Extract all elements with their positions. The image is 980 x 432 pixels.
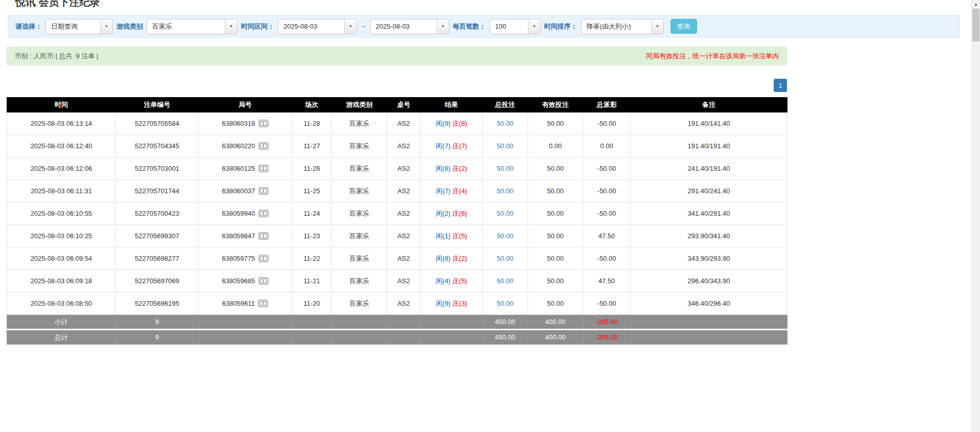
footer-cell: 9 <box>116 330 199 345</box>
result-banker: 庄(6) <box>452 210 467 217</box>
cell-table-no: AS2 <box>387 202 421 225</box>
cell-bet-id: 522705701744 <box>116 180 199 202</box>
time-sort-dropdown[interactable]: 降幂(由大到小) ▼ <box>581 19 664 34</box>
vertical-scrollbar[interactable]: ▲ <box>971 0 980 432</box>
cell-session: 11-28 <box>292 112 332 135</box>
cell-time: 2025-08-03 06:09:18 <box>7 270 116 292</box>
cards-image-icon[interactable] <box>258 300 268 307</box>
query-type-dropdown[interactable]: 日期查询 ▼ <box>45 19 113 34</box>
cell-table-no: AS2 <box>387 270 421 292</box>
date-from-value: 2025-08-03 <box>278 19 344 34</box>
result-player: 闲(6) <box>436 165 450 172</box>
cards-image-icon[interactable] <box>258 232 269 240</box>
result-banker: 庄(2) <box>452 165 467 172</box>
round-number-wrap: 638060220 <box>222 142 268 150</box>
total-bet-link[interactable]: 50.00 <box>497 142 514 150</box>
scrollbar-thumb[interactable] <box>972 9 979 41</box>
cell-remark: 346.40/296.40 <box>631 292 787 315</box>
cell-table-no: AS2 <box>387 180 421 202</box>
date-to-value: 2025-08-03 <box>371 19 437 34</box>
cell-time: 2025-08-03 06:12:06 <box>7 157 116 180</box>
chevron-down-icon[interactable]: ▼ <box>651 19 663 34</box>
footer-cell <box>292 330 332 345</box>
cards-image-icon[interactable] <box>258 165 269 172</box>
chevron-down-icon[interactable]: ▼ <box>225 19 237 34</box>
per-page-value: 100 <box>490 19 528 34</box>
cell-table-no: AS2 <box>387 112 421 135</box>
total-bet-link[interactable]: 50.00 <box>497 187 514 195</box>
cell-result: 闲(7) 庄(7) <box>421 135 483 157</box>
chevron-down-icon[interactable]: ▼ <box>437 19 449 34</box>
round-number: 638059847 <box>222 232 255 240</box>
cards-image-icon[interactable] <box>258 210 269 217</box>
table-row: 2025-08-03 06:09:18522705697069638059685… <box>7 270 787 292</box>
date-to-dropdown[interactable]: 2025-08-03 ▼ <box>370 19 449 34</box>
result-player: 闲(1) <box>436 232 450 240</box>
summary-bar: 币别 : 人民币 | 总共 :9 注单 | 同局有效投注，统一计算在该局第一张注… <box>7 47 787 65</box>
query-button[interactable]: 查询 <box>671 19 697 34</box>
cell-valid-bet: 50.00 <box>528 292 583 315</box>
cards-image-icon[interactable] <box>258 120 269 127</box>
cards-image-icon[interactable] <box>258 187 269 195</box>
table-row: 2025-08-03 06:09:54522705698277638059775… <box>7 247 787 270</box>
cell-total-bet: 50.00 <box>483 225 528 247</box>
total-bet-link[interactable]: 50.00 <box>497 300 514 307</box>
total-bet-link[interactable]: 50.00 <box>497 277 514 285</box>
cell-round: 638060220 <box>199 135 292 157</box>
cell-result: 闲(6) 庄(2) <box>421 157 483 180</box>
cell-session: 11-21 <box>292 270 332 292</box>
column-header: 桌号 <box>387 98 421 112</box>
column-header: 有效投注 <box>528 98 583 112</box>
cards-image-icon[interactable] <box>258 277 269 285</box>
cell-session: 11-27 <box>292 135 332 157</box>
cell-table-no: AS2 <box>387 292 421 315</box>
scroll-up-arrow-icon[interactable]: ▲ <box>972 0 980 9</box>
cell-payout: 47.50 <box>583 225 631 247</box>
cell-bet-id: 522705699307 <box>116 225 199 247</box>
result-banker: 庄(5) <box>452 232 467 240</box>
column-header: 备注 <box>631 98 787 112</box>
table-row: 2025-08-03 06:10:25522705699307638059847… <box>7 225 787 247</box>
result-player: 闲(7) <box>436 142 450 150</box>
cell-game-type: 百家乐 <box>332 292 387 315</box>
cards-image-icon[interactable] <box>258 142 269 150</box>
cell-time: 2025-08-03 06:10:25 <box>7 225 116 247</box>
cell-valid-bet: 50.00 <box>528 202 583 225</box>
total-bet-link[interactable]: 50.00 <box>497 120 514 127</box>
chevron-down-icon[interactable]: ▼ <box>528 19 540 34</box>
cell-bet-id: 522705696195 <box>116 292 199 315</box>
result-player: 闲(8) <box>436 255 450 262</box>
cell-total-bet: 50.00 <box>483 112 528 135</box>
column-header: 总投注 <box>483 98 528 112</box>
game-category-dropdown[interactable]: 百家乐 ▼ <box>147 19 237 34</box>
cell-result: 闲(8) 庄(2) <box>421 247 483 270</box>
total-bet-link[interactable]: 50.00 <box>497 165 514 172</box>
cell-round: 638060037 <box>199 180 292 202</box>
total-bet-link[interactable]: 50.00 <box>497 255 514 262</box>
cell-remark: 341.40/291.40 <box>631 202 787 225</box>
round-number-wrap: 638060037 <box>222 187 268 195</box>
cell-bet-id: 522705705584 <box>116 112 199 135</box>
cell-round: 638059940 <box>199 202 292 225</box>
cell-round: 638059611 <box>199 292 292 315</box>
total-bet-link[interactable]: 50.00 <box>497 232 514 240</box>
date-from-dropdown[interactable]: 2025-08-03 ▼ <box>278 19 357 34</box>
column-header: 局号 <box>199 98 292 112</box>
cell-payout: 47.50 <box>583 270 631 292</box>
cell-session: 11-25 <box>292 180 332 202</box>
result-player: 闲(7) <box>436 187 450 195</box>
page-button-1[interactable]: 1 <box>774 79 787 92</box>
round-number: 638059685 <box>222 277 255 285</box>
cell-valid-bet: 50.00 <box>528 112 583 135</box>
cell-result: 闲(9) 庄(8) <box>421 112 483 135</box>
round-number: 638060318 <box>222 120 255 127</box>
total-bet-link[interactable]: 50.00 <box>497 210 514 217</box>
cell-game-type: 百家乐 <box>332 135 387 157</box>
chevron-down-icon[interactable]: ▼ <box>344 19 356 34</box>
footer-cell <box>332 315 387 330</box>
cards-image-icon[interactable] <box>258 255 269 262</box>
per-page-dropdown[interactable]: 100 ▼ <box>490 19 541 34</box>
chevron-down-icon[interactable]: ▼ <box>100 19 112 34</box>
result-banker: 庄(8) <box>452 120 467 127</box>
footer-cell: -205.00 <box>583 315 631 330</box>
